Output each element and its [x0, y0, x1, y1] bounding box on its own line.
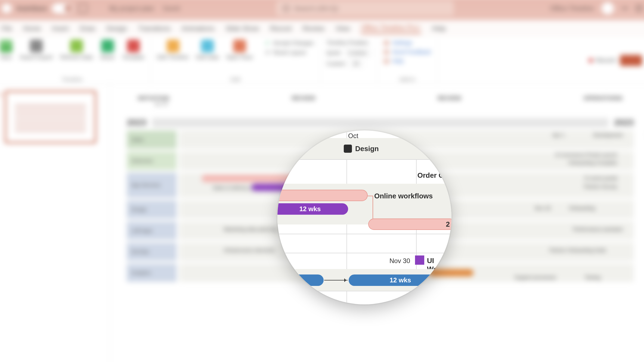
share-icon: [101, 40, 114, 52]
swim-devops-label: DevOps: [127, 242, 177, 261]
edit-data-button[interactable]: Edit Data: [196, 40, 219, 61]
swim-deliveries-label: Deliveries: [127, 152, 177, 170]
accept-changes-label: Accept Changes: [273, 40, 314, 46]
swim-design-label: Design: [127, 200, 177, 219]
save-icon[interactable]: [78, 4, 88, 13]
magnifier-lens: Oct Design Order Ca Online workflows 12 …: [277, 130, 451, 304]
edit-group-label: Edit: [157, 76, 314, 82]
slide-thumbnails-rail: 1: [0, 84, 110, 362]
phase-review-2: REVIEW: [438, 95, 462, 101]
performance-assistant-label: Performance assistant: [573, 226, 623, 232]
settings-link[interactable]: Settings: [384, 40, 431, 46]
refresh-data-button[interactable]: Refresh Data: [60, 40, 93, 61]
ribbon-group-position: Timeline Position Quick Custom Custom 25: [320, 37, 378, 84]
design-label: Design: [355, 145, 379, 153]
present-button[interactable]: [620, 55, 642, 66]
swim-analytics-label: Analytics: [127, 264, 177, 282]
tab-slideshow[interactable]: Slide Show: [226, 25, 259, 33]
two-prefix: 2: [446, 220, 450, 229]
help-link[interactable]: Help: [384, 58, 431, 64]
tab-animations[interactable]: Animations: [182, 25, 215, 33]
nov30: Nov 30: [389, 257, 410, 265]
onboarding-complete-label: Onboarding Complete: [568, 160, 617, 166]
bar-orange-2[interactable]: [429, 269, 473, 276]
document-name: My project plan: [109, 4, 154, 12]
dependency-arrow: [324, 280, 348, 280]
ribbon: New Import Export Refresh Data Share Tem…: [0, 37, 644, 84]
account-name[interactable]: Office Timeline: [550, 4, 594, 12]
timescale: [152, 118, 609, 127]
tab-view[interactable]: View: [336, 25, 350, 33]
tab-review[interactable]: Review: [303, 25, 324, 33]
gear-icon: [384, 40, 389, 45]
edit-data-label: Edit Data: [196, 54, 219, 60]
import-export-button[interactable]: Import Export: [20, 40, 53, 61]
feedback-icon: [384, 49, 389, 54]
onboarding-label: Onboarding: [569, 205, 595, 211]
custom-value-input[interactable]: 25: [349, 60, 363, 68]
help-icon: [384, 59, 389, 64]
custom-label: Custom: [326, 60, 345, 67]
ribbon-group-timeline: New Import Export Refresh Data Share Tem…: [0, 37, 151, 84]
onboarding-start: Nov 18: [535, 205, 550, 211]
style-pane-button[interactable]: Style Pane: [226, 40, 253, 61]
bar-online-workflows[interactable]: [277, 190, 368, 201]
slide-thumbnail[interactable]: [5, 90, 96, 143]
record-label: Record: [596, 57, 615, 64]
timeline-position-title: Timeline Position: [326, 40, 371, 46]
template-button[interactable]: Template: [122, 40, 145, 61]
edit-timeline-icon: [166, 40, 179, 52]
send-feedback-link[interactable]: Send Feedback: [384, 49, 431, 55]
custom-dropdown[interactable]: Custom: [344, 49, 371, 57]
design-milestone-icon[interactable]: [344, 145, 352, 153]
minimize-icon[interactable]: [622, 8, 628, 9]
reset-layout-button[interactable]: ↺Reset Layout: [265, 49, 314, 55]
avatar[interactable]: [602, 2, 614, 14]
new-button[interactable]: New: [0, 40, 13, 61]
ui-work-milestone-icon[interactable]: [415, 255, 424, 265]
tab-insert[interactable]: Insert: [52, 25, 69, 33]
year-left: 2023: [127, 117, 147, 128]
accept-changes-button[interactable]: ✔Accept Changes: [265, 40, 314, 46]
refresh-icon: [70, 40, 83, 52]
saved-status: Saved: [163, 5, 180, 12]
help-label: Help: [392, 58, 404, 64]
tab-office-timeline[interactable]: Office Timeline Pro+: [361, 24, 421, 34]
marketing-data-label: Marketing data planning: [224, 226, 277, 232]
template-label: Template: [122, 54, 145, 60]
tab-help[interactable]: Help: [432, 25, 446, 33]
autosave-toggle[interactable]: [52, 3, 73, 13]
phase-initiation: INITIATION: [138, 95, 169, 101]
timeline-group-label: Timeline: [0, 76, 145, 82]
search-icon: [283, 5, 289, 11]
tab-draw[interactable]: Draw: [80, 25, 95, 33]
slide-number: 1: [0, 90, 2, 143]
share-button[interactable]: Share: [100, 40, 115, 61]
tab-design[interactable]: Design: [106, 25, 127, 33]
tab-home[interactable]: Home: [23, 25, 41, 33]
ecom-label: E-Commerce Portal Launch: [556, 152, 617, 158]
swim-sales-label: Sales: [127, 130, 177, 149]
app-logo-icon: [2, 4, 11, 13]
testing-label: Testing: [585, 275, 600, 280]
ecomm-portal-label: E-comm portal: [585, 176, 617, 181]
edit-timeline-button[interactable]: Edit Timeline: [157, 40, 189, 61]
tab-file[interactable]: File: [1, 25, 12, 33]
autosave-label: AutoSave: [16, 4, 47, 12]
style-pane-icon: [233, 40, 246, 52]
development-date: Apr 1: [553, 132, 565, 138]
phase-operations: OPERATIONS: [584, 95, 623, 101]
record-button[interactable]: Record: [589, 57, 615, 64]
maximize-icon[interactable]: [636, 5, 642, 11]
year-right: 2023: [614, 117, 634, 128]
tab-record[interactable]: Record: [270, 25, 292, 33]
swim-appservices-label: App Services: [127, 173, 177, 198]
refresh-label: Refresh Data: [60, 54, 93, 60]
search-box[interactable]: Search (Alt+Q): [276, 1, 454, 16]
title-bar: AutoSave My project plan Saved Search (A…: [0, 0, 644, 20]
bar-12wks-purple[interactable]: 12 wks: [277, 203, 348, 215]
tab-transitions[interactable]: Transitions: [138, 25, 171, 33]
bar-pink-2[interactable]: [368, 219, 451, 230]
search-placeholder: Search (Alt+Q): [294, 4, 338, 12]
twelve-wks-a: 12 wks: [299, 205, 321, 213]
